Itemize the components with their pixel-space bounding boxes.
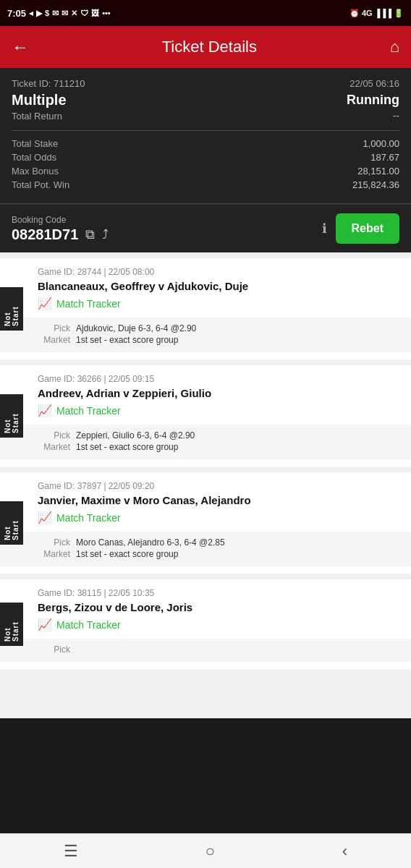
stat-label-odds: Total Odds <box>12 152 56 163</box>
time-display: 7:05 <box>7 8 26 19</box>
back-nav-button[interactable]: ‹ <box>342 842 347 861</box>
stat-label-stake: Total Stake <box>12 138 58 149</box>
rebet-button[interactable]: Rebet <box>336 213 399 244</box>
game-1-pick-value: Ajdukovic, Duje 6-3, 6-4 @2.90 <box>76 323 196 333</box>
game-1-content: Game ID: 28744 | 22/05 08:00 Blancaneaux… <box>0 258 411 310</box>
booking-code-row: 08281D71 ⧉ ⤴ <box>12 226 109 243</box>
game-card-3: Not Start Game ID: 37897 | 22/05 09:20 J… <box>0 472 411 574</box>
game-2-pick-value: Zeppieri, Giulio 6-3, 6-4 @2.90 <box>76 430 195 441</box>
game-1-match-tracker[interactable]: 📈 Match Tracker <box>38 297 402 310</box>
stat-label-bonus: Max Bonus <box>12 166 59 176</box>
game-card-4: Not Start Game ID: 38115 | 22/05 10:35 B… <box>0 579 411 669</box>
game-2-content: Game ID: 36266 | 22/05 09:15 Andreev, Ad… <box>0 365 411 417</box>
stat-value-stake: 1,000.00 <box>363 138 399 149</box>
game-4-content: Game ID: 38115 | 22/05 10:35 Bergs, Zizo… <box>0 579 411 631</box>
game-2-picks: Pick Zeppieri, Giulio 6-3, 6-4 @2.90 Mar… <box>0 425 411 459</box>
game-1-market-label: Market <box>38 335 70 345</box>
game-1-market-row: Market 1st set - exact score group <box>38 335 402 345</box>
game-4-pick-label: Pick <box>38 644 70 655</box>
home-nav-button[interactable]: ○ <box>206 842 215 861</box>
game-3-content: Game ID: 37897 | 22/05 09:20 Janvier, Ma… <box>0 472 411 524</box>
game-1-market-value: 1st set - exact score group <box>76 335 178 345</box>
game-1-pick-label: Pick <box>38 323 70 333</box>
stat-label-win: Total Pot. Win <box>12 179 69 190</box>
stat-row-bonus: Max Bonus 28,151.00 <box>12 166 399 176</box>
location-icon: ◂ <box>29 9 33 18</box>
image-icon: 🖼 <box>91 9 99 17</box>
game-3-match-tracker[interactable]: 📈 Match Tracker <box>38 511 402 524</box>
ticket-type: Multiple <box>12 92 67 109</box>
booking-icons: ⧉ ⤴ <box>85 227 109 242</box>
booking-code: 08281D71 <box>12 226 78 243</box>
alarm-icon: ⏰ <box>349 9 360 18</box>
game-2-title: Andreev, Adrian v Zeppieri, Giulio <box>38 387 402 399</box>
booking-section: Booking Code 08281D71 ⧉ ⤴ ℹ Rebet <box>0 204 411 252</box>
status-bar: 7:05 ◂ ▶ $ ✉ ✉ ✕ 🛡 🖼 ••• ⏰ 4G ▐▐▐ 🔋 <box>0 0 411 26</box>
stat-value-bonus: 28,151.00 <box>357 166 399 176</box>
game-2-meta: Game ID: 36266 | 22/05 09:15 <box>38 374 402 384</box>
game-4-status: Not Start <box>0 603 23 646</box>
game-3-market-row: Market 1st set - exact score group <box>38 549 402 559</box>
dollar-icon: $ <box>45 9 49 17</box>
match-tracker-label-1: Match Tracker <box>56 298 121 310</box>
share-button[interactable]: ⤴ <box>102 227 109 242</box>
game-2-market-value: 1st set - exact score group <box>76 442 178 452</box>
stat-value-odds: 187.67 <box>370 152 399 163</box>
match-tracker-icon-2: 📈 <box>38 404 52 417</box>
ticket-date: 22/05 06:16 <box>349 78 399 89</box>
ticket-return-row: Total Return -- <box>12 110 399 131</box>
game-4-meta: Game ID: 38115 | 22/05 10:35 <box>38 588 402 598</box>
video-icon: ▶ <box>36 9 42 18</box>
ticket-info: Ticket ID: 711210 22/05 06:16 Multiple R… <box>0 68 411 131</box>
ticket-status: Running <box>347 93 399 108</box>
stat-row-odds: Total Odds 187.67 <box>12 152 399 163</box>
game-1-meta: Game ID: 28744 | 22/05 08:00 <box>38 267 402 277</box>
game-4-match-tracker[interactable]: 📈 Match Tracker <box>38 618 402 631</box>
stat-row-win: Total Pot. Win 215,824.36 <box>12 179 399 190</box>
game-2-status: Not Start <box>0 394 23 438</box>
game-1-title: Blancaneaux, Geoffrey v Ajdukovic, Duje <box>38 280 402 292</box>
home-button[interactable]: ⌂ <box>390 38 399 56</box>
match-tracker-icon-3: 📈 <box>38 511 52 524</box>
game-1-pick-row: Pick Ajdukovic, Duje 6-3, 6-4 @2.90 <box>38 323 402 333</box>
signal-bars-icon: ▐▐▐ <box>375 9 391 17</box>
more-icon: ••• <box>102 9 111 17</box>
game-1-status: Not Start <box>0 287 23 331</box>
game-card-1: Not Start Game ID: 28744 | 22/05 08:00 B… <box>0 258 411 359</box>
game-3-status: Not Start <box>0 501 23 545</box>
game-card-2: Not Start Game ID: 36266 | 22/05 09:15 A… <box>0 365 411 467</box>
ticket-type-row: Multiple Running <box>12 92 399 109</box>
game-3-meta: Game ID: 37897 | 22/05 09:20 <box>38 481 402 491</box>
ticket-stats: Total Stake 1,000.00 Total Odds 187.67 M… <box>0 131 411 204</box>
game-2-market-row: Market 1st set - exact score group <box>38 442 402 452</box>
header: ← Ticket Details ⌂ <box>0 26 411 68</box>
match-tracker-icon-1: 📈 <box>38 297 52 310</box>
game-4-pick-row: Pick <box>38 644 402 655</box>
email-icon: ✉ <box>62 9 68 18</box>
game-4-title: Bergs, Zizou v de Loore, Joris <box>38 601 402 613</box>
booking-left: Booking Code 08281D71 ⧉ ⤴ <box>12 215 109 243</box>
battery-icon: 🔋 <box>394 9 404 18</box>
game-1-picks: Pick Ajdukovic, Duje 6-3, 6-4 @2.90 Mark… <box>0 318 411 352</box>
match-tracker-icon-4: 📈 <box>38 618 52 631</box>
ticket-top-row: Ticket ID: 711210 22/05 06:16 <box>12 78 399 89</box>
match-tracker-label-3: Match Tracker <box>56 512 121 524</box>
menu-button[interactable]: ☰ <box>64 842 78 861</box>
message-icon: ✉ <box>52 9 59 18</box>
game-2-match-tracker[interactable]: 📈 Match Tracker <box>38 404 402 417</box>
game-3-title: Janvier, Maxime v Moro Canas, Alejandro <box>38 494 402 506</box>
match-tracker-label-4: Match Tracker <box>56 619 121 631</box>
game-3-pick-label: Pick <box>38 537 70 548</box>
copy-button[interactable]: ⧉ <box>85 227 95 242</box>
game-2-pick-row: Pick Zeppieri, Giulio 6-3, 6-4 @2.90 <box>38 430 402 441</box>
ticket-id: Ticket ID: 711210 <box>12 78 85 89</box>
status-bar-left: 7:05 ◂ ▶ $ ✉ ✉ ✕ 🛡 🖼 ••• <box>7 8 111 19</box>
game-3-pick-row: Pick Moro Canas, Alejandro 6-3, 6-4 @2.8… <box>38 537 402 548</box>
status-bar-right: ⏰ 4G ▐▐▐ 🔋 <box>349 9 404 18</box>
info-button[interactable]: ℹ <box>322 221 327 237</box>
games-container: Not Start Game ID: 28744 | 22/05 08:00 B… <box>0 252 411 718</box>
back-button[interactable]: ← <box>12 37 29 57</box>
total-return-label: Total Return <box>12 111 62 122</box>
signal-4g-icon: 4G <box>362 9 373 17</box>
game-2-market-label: Market <box>38 442 70 452</box>
